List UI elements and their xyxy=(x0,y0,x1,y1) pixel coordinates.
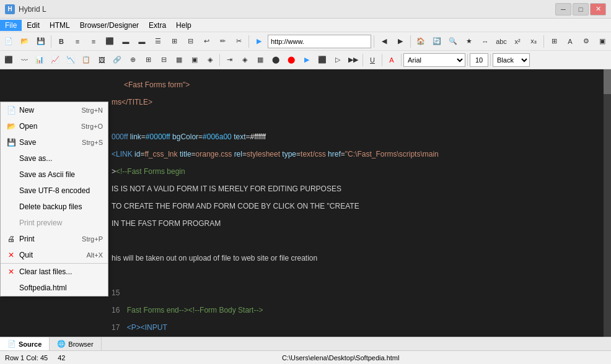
toolbar-btn-misc3[interactable]: ✂ xyxy=(231,34,246,49)
toolbar-btn-table[interactable]: ⊞ xyxy=(167,34,182,49)
toolbar2-btn-wave[interactable]: 〰 xyxy=(17,53,32,67)
menu-open[interactable]: 📂 Open Strg+O xyxy=(1,118,108,134)
menu-file[interactable]: File xyxy=(0,20,22,31)
toolbar-row-1: 📄 📂 💾 B ≡ ≡ ⬛ ▬ ▬ ☰ ⊞ ⊟ ↩ ✏ ✂ ▶ ◀ ▶ 🏠 🔄 … xyxy=(0,32,611,51)
toolbar2-btn-chart2[interactable]: 📈 xyxy=(48,53,63,67)
toolbar-btn-search[interactable]: 🔍 xyxy=(446,34,460,49)
toolbar-btn-back[interactable]: ◀ xyxy=(377,34,392,49)
toolbar-btn-align-justify[interactable]: ☰ xyxy=(151,34,165,49)
toolbar-btn-align-right[interactable]: ▬ xyxy=(134,34,149,49)
toolbar2-btn-img[interactable]: 🖼 xyxy=(94,53,109,67)
toolbar-btn-sub[interactable]: x₂ xyxy=(526,34,541,49)
file-dropdown-menu: 📄 New Strg+N 📂 Open Strg+O 💾 Save Strg+S… xyxy=(0,102,108,297)
menu-help[interactable]: Help xyxy=(171,20,196,31)
menu-extra[interactable]: Extra xyxy=(144,20,171,31)
toolbar-btn-grid[interactable]: ⊞ xyxy=(547,34,561,49)
saveascii-icon xyxy=(6,169,17,180)
menu-saveascii[interactable]: Save as Ascii file xyxy=(1,167,108,183)
toolbar-btn-misc2[interactable]: ✏ xyxy=(215,34,230,49)
toolbar2-btn-misc10[interactable]: ▶▶ xyxy=(346,53,361,67)
menu-deletebackup[interactable]: Delete backup files xyxy=(1,199,108,215)
toolbar2-btn-misc1[interactable]: ⊕ xyxy=(125,53,140,67)
source-tab-icon: 📄 xyxy=(7,340,16,348)
menu-clearfiles[interactable]: ✕ Clear last files... xyxy=(1,263,108,280)
tab-browser[interactable]: 🌐 Browser xyxy=(50,337,101,351)
window-title: Hybrid L xyxy=(19,5,555,14)
toolbar-btn-open[interactable]: 📂 xyxy=(17,34,32,49)
menu-browser-designer[interactable]: Browser/Designer xyxy=(75,20,144,31)
color-dropdown[interactable]: Black xyxy=(493,53,530,67)
toolbar-btn-bold[interactable]: B xyxy=(54,34,69,49)
source-tab-label: Source xyxy=(19,340,42,348)
toolbar2-btn-misc9[interactable]: ▷ xyxy=(330,53,345,67)
close-button[interactable]: ✕ xyxy=(590,3,606,15)
toolbar2-btn-1[interactable]: ⬛ xyxy=(1,53,16,67)
tab-source[interactable]: 📄 Source xyxy=(0,337,50,351)
toolbar2-sep-1 xyxy=(219,54,220,66)
menu-quit[interactable]: ✕ Quit Alt+X xyxy=(1,247,108,263)
toolbar-btn-play[interactable]: ▶ xyxy=(252,34,266,49)
menu-edit[interactable]: Edit xyxy=(22,20,45,31)
toolbar-btn-refresh[interactable]: 🔄 xyxy=(429,34,444,49)
menu-bar: File Edit HTML Browser/Designer Extra He… xyxy=(0,19,611,32)
toolbar-btn-super[interactable]: x² xyxy=(510,34,525,49)
menu-softpedia[interactable]: Softpedia.html xyxy=(1,280,108,296)
toolbar2-sep-4 xyxy=(401,54,402,66)
menu-new[interactable]: 📄 New Strg+N xyxy=(1,102,108,118)
browser-tab-icon: 🌐 xyxy=(57,340,66,348)
menu-print[interactable]: 🖨 Print Strg+P xyxy=(1,231,108,247)
toolbar2-btn-circle[interactable]: ⬤ xyxy=(268,53,283,67)
menu-printpreview: Print preview xyxy=(1,215,108,231)
toolbar2-btn-play2[interactable]: ▶ xyxy=(299,53,314,67)
toolbar-btn-misc1[interactable]: ↩ xyxy=(199,34,214,49)
toolbar2-btn-chart1[interactable]: 📊 xyxy=(32,53,47,67)
toolbar2-btn-misc8[interactable]: ▦ xyxy=(253,53,268,67)
toolbar-btn-misc5[interactable]: abc xyxy=(494,34,509,49)
toolbar-btn-extra[interactable]: ▣ xyxy=(595,34,610,49)
toolbar-btn-align-center[interactable]: ▬ xyxy=(118,34,133,49)
title-bar: H Hybrid L ─ □ ✕ xyxy=(0,0,611,19)
toolbar2-btn-color[interactable]: A xyxy=(384,53,399,67)
toolbar-btn-settings[interactable]: ⚙ xyxy=(579,34,594,49)
toolbar-btn-table2[interactable]: ⊟ xyxy=(183,34,198,49)
toolbar2-btn-misc6[interactable]: ◈ xyxy=(203,53,218,67)
menu-saveas[interactable]: Save as... xyxy=(1,150,108,167)
toolbar2-sep-3 xyxy=(382,54,382,66)
toolbar-sep-5 xyxy=(543,35,544,48)
toolbar-btn-align-left[interactable]: ⬛ xyxy=(102,34,117,49)
toolbar2-btn-chart3[interactable]: 📉 xyxy=(63,53,78,67)
scrollbar-thumb[interactable] xyxy=(604,69,611,94)
toolbar2-btn-misc4[interactable]: ▦ xyxy=(172,53,187,67)
toolbar-btn-save[interactable]: 💾 xyxy=(33,34,48,49)
toolbar2-btn-stop[interactable]: ⬤ xyxy=(284,53,299,67)
menu-saveutf[interactable]: Save UTF-8 encoded xyxy=(1,183,108,199)
toolbar-btn-new[interactable]: 📄 xyxy=(1,34,16,49)
toolbar-btn-home[interactable]: 🏠 xyxy=(413,34,428,49)
toolbar-btn-list2[interactable]: ≡ xyxy=(86,34,101,49)
toolbar2-sep-2 xyxy=(363,54,363,66)
toolbar-btn-forward[interactable]: ▶ xyxy=(393,34,408,49)
url-input[interactable] xyxy=(268,35,371,48)
editor-area: 📄 New Strg+N 📂 Open Strg+O 💾 Save Strg+S… xyxy=(0,69,611,337)
toolbar2-btn-link[interactable]: 🔗 xyxy=(110,53,125,67)
toolbar-btn-favorites[interactable]: ★ xyxy=(462,34,477,49)
toolbar2-btn-misc5[interactable]: ▣ xyxy=(187,53,202,67)
bottom-area: 📄 Source 🌐 Browser Row 1 Col: 45 42 C:\U… xyxy=(0,337,611,364)
menu-html[interactable]: HTML xyxy=(45,20,75,31)
toolbar2-btn-rec[interactable]: ⬛ xyxy=(315,53,330,67)
font-select[interactable]: Arial xyxy=(403,53,465,67)
toolbar-btn-char[interactable]: A xyxy=(563,34,578,49)
toolbar2-btn-indent[interactable]: ⇥ xyxy=(222,53,237,67)
toolbar-btn-misc4[interactable]: ↔ xyxy=(478,34,493,49)
toolbar2-btn-misc3[interactable]: ⊟ xyxy=(156,53,171,67)
toolbar2-btn-list[interactable]: 📋 xyxy=(79,53,94,67)
toolbar-sep-2 xyxy=(248,35,249,48)
font-size-input[interactable] xyxy=(470,53,488,67)
toolbar2-btn-misc7[interactable]: ◈ xyxy=(237,53,252,67)
toolbar2-btn-underline[interactable]: U xyxy=(365,53,380,67)
menu-save[interactable]: 💾 Save Strg+S xyxy=(1,134,108,150)
toolbar-btn-list1[interactable]: ≡ xyxy=(70,34,85,49)
minimize-button[interactable]: ─ xyxy=(555,3,571,15)
toolbar2-btn-misc2[interactable]: ⊞ xyxy=(141,53,156,67)
maximize-button[interactable]: □ xyxy=(573,3,589,15)
